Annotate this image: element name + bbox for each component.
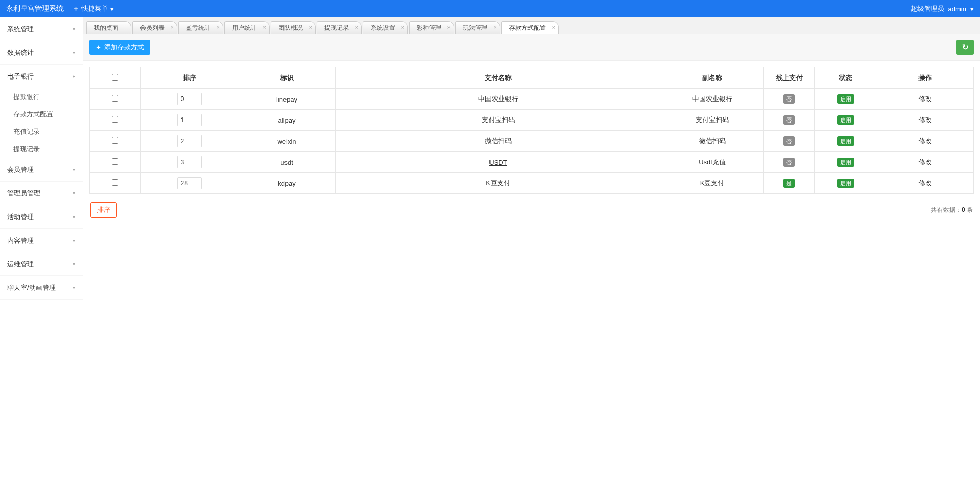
cell-subname: 中国农业银行 [661,89,764,110]
table-row: usdtUSDTUsdt充值否启用修改 [90,152,974,173]
tab-label: 提现记录 [324,24,349,32]
sidebar-subitem[interactable]: 提款银行 [0,88,83,106]
toolbar: 添加存款方式 [83,34,980,61]
tab-label: 系统设置 [371,24,395,32]
sort-input[interactable] [177,93,202,105]
sidebar: 系统管理数据统计电子银行提款银行存款方式配置充值记录提现记录会员管理管理员管理活… [0,17,83,492]
online-pay-badge: 否 [783,136,795,146]
sidebar-subitem[interactable]: 存款方式配置 [0,106,83,123]
sidebar-item-label: 活动管理 [7,212,34,222]
edit-link[interactable]: 修改 [918,137,932,145]
cell-subname: 支付宝扫码 [661,110,764,131]
header-left: 永利皇宫管理系统 快捷菜单 [6,4,114,13]
sort-input[interactable] [177,114,202,126]
col-identifier: 标识 [238,67,336,89]
pay-name-link[interactable]: K豆支付 [486,179,511,187]
col-subname: 副名称 [661,67,764,89]
tab[interactable]: 会员列表× [132,21,177,34]
tab[interactable]: 存款方式配置× [501,21,559,34]
row-checkbox[interactable] [112,95,118,102]
content-panel: 添加存款方式 排序 标识 支付名称 副名称 线上支付 [83,34,980,492]
tab-label: 用户统计 [232,24,257,32]
app-header: 永利皇宫管理系统 快捷菜单 超级管理员 admin [0,0,980,17]
close-icon[interactable]: × [494,24,497,30]
chevron-down-icon [73,261,75,267]
edit-link[interactable]: 修改 [918,179,932,187]
sidebar-item[interactable]: 活动管理 [0,205,83,229]
pay-name-link[interactable]: 支付宝扫码 [482,116,515,124]
col-checkbox [90,67,141,89]
close-icon[interactable]: × [552,24,555,30]
main-area: 我的桌面会员列表×盈亏统计×用户统计×团队概况×提现记录×系统设置×彩种管理×玩… [83,17,980,492]
refresh-icon [962,43,969,52]
close-icon[interactable]: × [309,24,312,30]
edit-link[interactable]: 修改 [918,158,932,166]
tab-label: 会员列表 [140,24,165,32]
col-action: 操作 [876,67,974,89]
user-menu[interactable]: 超级管理员 admin [911,4,974,13]
col-onlinepay: 线上支付 [764,67,815,89]
tab[interactable]: 提现记录× [317,21,362,34]
cell-identifier: alipay [238,110,336,131]
sidebar-item-label: 系统管理 [7,25,34,34]
tab[interactable]: 盈亏统计× [178,21,223,34]
table-header-row: 排序 标识 支付名称 副名称 线上支付 状态 操作 [90,67,974,89]
chevron-right-icon [73,73,75,79]
sort-input[interactable] [177,156,202,168]
close-icon[interactable]: × [355,24,358,30]
tab[interactable]: 用户统计× [224,21,270,34]
total-suffix: 条 [965,206,973,213]
sort-input[interactable] [177,135,202,147]
col-payname: 支付名称 [336,67,661,89]
add-button-label: 添加存款方式 [104,43,144,52]
close-icon[interactable]: × [401,24,404,30]
edit-link[interactable]: 修改 [918,95,932,103]
sidebar-item-label: 电子银行 [7,72,34,81]
pay-name-link[interactable]: USDT [489,159,507,166]
sidebar-item-label: 聊天室/动画管理 [7,283,56,292]
tab[interactable]: 玩法管理× [455,21,500,34]
sidebar-item[interactable]: 内容管理 [0,229,83,252]
close-icon[interactable]: × [171,24,174,30]
sidebar-item-label: 管理员管理 [7,189,40,198]
sidebar-item[interactable]: 电子银行 [0,65,83,88]
refresh-button[interactable] [956,40,974,55]
row-checkbox[interactable] [112,179,118,186]
sidebar-item[interactable]: 数据统计 [0,41,83,65]
sidebar-subitem[interactable]: 提现记录 [0,141,83,158]
row-checkbox[interactable] [112,158,118,165]
tab[interactable]: 彩种管理× [409,21,454,34]
row-checkbox[interactable] [112,137,118,144]
row-checkbox[interactable] [112,116,118,123]
select-all-checkbox[interactable] [112,74,118,81]
sidebar-item[interactable]: 会员管理 [0,158,83,182]
close-icon[interactable]: × [263,24,266,30]
table-row: alipay支付宝扫码支付宝扫码否启用修改 [90,110,974,131]
status-badge: 启用 [837,136,854,146]
cell-identifier: kdpay [238,173,336,194]
online-pay-badge: 否 [783,115,795,125]
add-deposit-method-button[interactable]: 添加存款方式 [89,40,150,55]
tab-label: 团队概况 [278,24,303,32]
sidebar-item[interactable]: 运维管理 [0,252,83,276]
sort-button[interactable]: 排序 [90,202,117,218]
close-icon[interactable]: × [447,24,451,30]
sort-input[interactable] [177,177,202,189]
tab[interactable]: 团队概况× [271,21,316,34]
tab[interactable]: 我的桌面 [86,21,131,34]
edit-link[interactable]: 修改 [918,116,932,124]
close-icon[interactable]: × [217,24,220,30]
sidebar-subitem[interactable]: 充值记录 [0,123,83,141]
pay-name-link[interactable]: 中国农业银行 [478,95,518,103]
tab-label: 彩种管理 [417,24,441,32]
tab[interactable]: 系统设置× [363,21,408,34]
tab-bar: 我的桌面会员列表×盈亏统计×用户统计×团队概况×提现记录×系统设置×彩种管理×玩… [83,21,980,34]
quick-menu-label: 快捷菜单 [81,4,108,13]
sidebar-item[interactable]: 系统管理 [0,17,83,41]
chevron-down-icon [73,190,75,196]
sidebar-item[interactable]: 聊天室/动画管理 [0,276,83,300]
total-info: 共有数据：0 条 [931,206,973,214]
sidebar-item[interactable]: 管理员管理 [0,182,83,205]
quick-menu-button[interactable]: 快捷菜单 [73,4,114,13]
pay-name-link[interactable]: 微信扫码 [485,137,512,145]
